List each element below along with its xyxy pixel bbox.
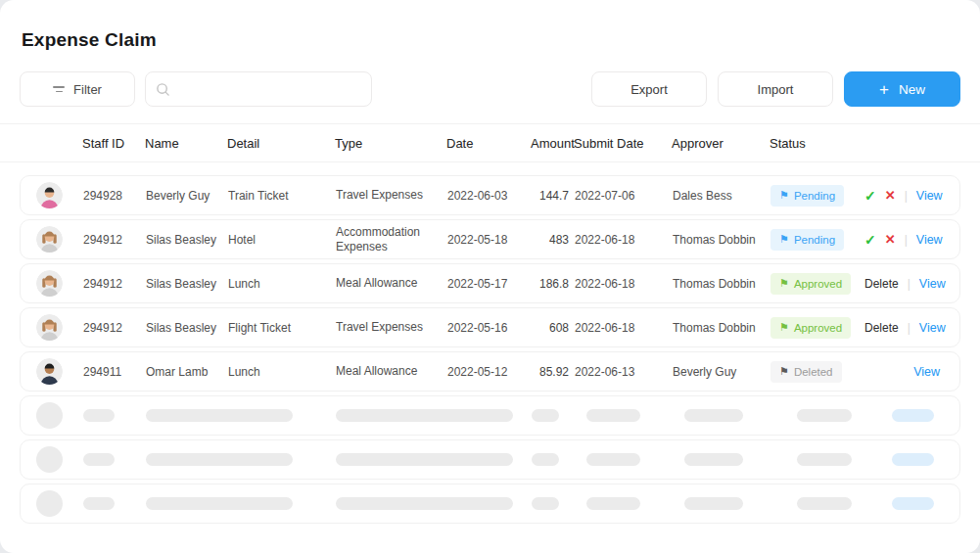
action-divider: | — [908, 277, 910, 291]
cell-amount: 144.7 — [532, 189, 575, 203]
search-icon — [156, 82, 170, 97]
status-badge: ⚑ Approved — [770, 273, 851, 295]
import-button[interactable]: Import — [718, 71, 833, 107]
skeleton-action — [864, 453, 946, 466]
skeleton-amount — [532, 409, 575, 422]
cell-name: Omar Lamb — [146, 365, 228, 379]
approve-icon[interactable]: ✓ — [864, 188, 876, 204]
flag-icon: ⚑ — [779, 366, 789, 377]
skeleton-submit-date — [575, 409, 673, 422]
cell-name: Beverly Guy — [146, 189, 228, 203]
cell-staff-id: 294911 — [83, 365, 146, 379]
skeleton-avatar — [36, 490, 83, 517]
flag-icon: ⚑ — [779, 278, 789, 289]
cell-date: 2022-06-03 — [447, 189, 532, 203]
delete-link[interactable]: Delete — [864, 277, 899, 291]
column-header-status: Status — [770, 136, 863, 151]
status-badge: ⚑ Approved — [770, 317, 851, 339]
cell-submit-date: 2022-06-18 — [575, 321, 673, 335]
cell-submit-date: 2022-06-13 — [575, 365, 673, 379]
cell-date: 2022-05-12 — [447, 365, 532, 379]
column-header-name: Name — [145, 136, 227, 151]
skeleton-row — [20, 395, 960, 436]
import-button-label: Import — [758, 82, 794, 97]
column-header-submit-date: Submit Date — [574, 136, 672, 151]
cell-type: Travel Expenses — [336, 320, 447, 334]
skeleton-status — [770, 453, 864, 466]
view-link[interactable]: View — [916, 233, 943, 247]
status-badge-label: Approved — [794, 278, 842, 290]
toolbar: Filter Export Import + New — [20, 71, 960, 107]
cell-approver: Beverly Guy — [673, 365, 770, 379]
cell-staff-id: 294928 — [83, 189, 146, 203]
cell-date: 2022-05-17 — [447, 277, 532, 291]
avatar-cell — [36, 358, 83, 385]
cell-detail: Hotel — [228, 233, 336, 247]
status-badge-label: Pending — [794, 234, 835, 246]
skeleton-action — [864, 497, 946, 510]
flag-icon: ⚑ — [779, 322, 789, 333]
filter-button[interactable]: Filter — [20, 71, 135, 107]
delete-link[interactable]: Delete — [864, 321, 899, 335]
cell-approver: Thomas Dobbin — [673, 321, 770, 335]
skeleton-name — [146, 409, 336, 422]
cell-detail: Train Ticket — [228, 189, 336, 203]
view-link[interactable]: View — [913, 365, 940, 379]
action-divider: | — [905, 233, 908, 247]
column-header-staff-id: Staff ID — [82, 136, 145, 151]
cell-status: ⚑ Deleted — [770, 361, 864, 383]
plus-icon: + — [879, 81, 889, 98]
cell-status: ⚑ Pending — [770, 185, 864, 207]
cell-type: Meal Allowance — [336, 364, 447, 378]
cell-status: ⚑ Pending — [770, 229, 864, 251]
approve-icon[interactable]: ✓ — [864, 232, 876, 248]
cell-approver: Dales Bess — [673, 189, 770, 203]
cell-amount: 483 — [532, 233, 575, 247]
skeleton-staff-id — [83, 409, 146, 422]
action-divider: | — [905, 189, 908, 203]
avatar — [36, 182, 63, 208]
reject-icon[interactable]: ✕ — [885, 232, 896, 247]
view-link[interactable]: View — [919, 321, 946, 335]
skeleton-approver — [673, 409, 770, 422]
export-button[interactable]: Export — [591, 71, 707, 107]
expense-claim-page: Expense Claim Filter Export Import + New — [0, 0, 980, 553]
search-input[interactable] — [177, 82, 361, 97]
cell-actions: Delete|View — [864, 277, 952, 291]
action-divider: | — [908, 321, 910, 335]
cell-actions: View — [864, 365, 946, 379]
table-row: 294911 Omar Lamb Lunch Meal Allowance 20… — [20, 351, 960, 392]
view-link[interactable]: View — [916, 189, 943, 203]
avatar-cell — [36, 314, 83, 341]
skeleton-name — [146, 453, 336, 466]
skeleton-type — [336, 497, 532, 510]
status-badge: ⚑ Pending — [770, 185, 844, 207]
status-badge: ⚑ Pending — [770, 229, 844, 251]
column-header-type: Type — [335, 136, 446, 151]
table-row: 294928 Beverly Guy Train Ticket Travel E… — [20, 175, 960, 215]
table-body: 294928 Beverly Guy Train Ticket Travel E… — [0, 162, 980, 524]
cell-date: 2022-05-18 — [447, 233, 532, 247]
skeleton-status — [770, 409, 864, 422]
filter-button-label: Filter — [73, 82, 102, 97]
avatar-cell — [36, 182, 83, 208]
view-link[interactable]: View — [919, 277, 946, 291]
skeleton-staff-id — [83, 497, 146, 510]
new-button[interactable]: + New — [844, 71, 960, 107]
cell-amount: 85.92 — [532, 365, 575, 379]
reject-icon[interactable]: ✕ — [885, 188, 896, 203]
status-badge-label: Approved — [794, 322, 842, 334]
avatar-cell — [36, 226, 83, 253]
new-button-label: New — [899, 82, 925, 97]
skeleton-avatar — [36, 446, 83, 473]
avatar — [36, 226, 63, 253]
cell-submit-date: 2022-06-18 — [575, 233, 673, 247]
cell-name: Silas Beasley — [146, 277, 228, 291]
status-badge-label: Deleted — [794, 366, 833, 378]
skeleton-row — [20, 484, 960, 524]
cell-approver: Thomas Dobbin — [673, 233, 770, 247]
flag-icon: ⚑ — [779, 190, 789, 201]
cell-detail: Lunch — [228, 365, 336, 379]
cell-status: ⚑ Approved — [770, 273, 864, 295]
skeleton-amount — [532, 497, 575, 510]
